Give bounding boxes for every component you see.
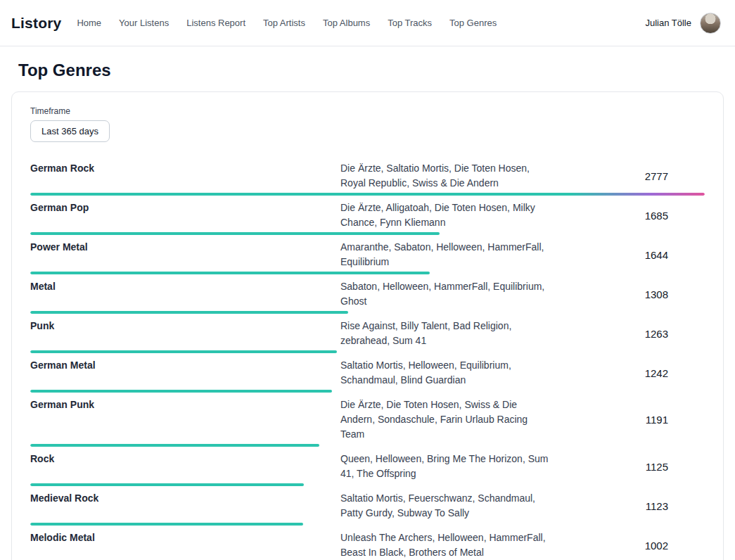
genre-name: German Pop (30, 201, 340, 215)
genre-name: German Rock (30, 161, 340, 176)
genre-artists: Die Ärzte, Alligatoah, Die Toten Hosen, … (340, 201, 551, 230)
genre-artists: Rise Against, Billy Talent, Bad Religion… (340, 319, 551, 348)
genre-name: Punk (30, 319, 340, 333)
genre-count: 1644 (551, 249, 705, 261)
user-area: Julian Tölle (645, 13, 721, 34)
genre-name: German Metal (30, 358, 340, 373)
genre-row: German Metal Saltatio Mortis, Helloween,… (30, 353, 705, 393)
genre-artists: Die Ärzte, Die Toten Hosen, Swiss & Die … (340, 397, 551, 442)
genre-name: German Punk (30, 397, 340, 412)
genre-count: 1685 (551, 210, 705, 222)
nav-item-home[interactable]: Home (77, 18, 101, 28)
genre-row: Power Metal Amaranthe, Sabaton, Hellowee… (30, 235, 705, 274)
genre-name: Melodic Metal (30, 530, 340, 545)
nav-item-your-listens[interactable]: Your Listens (119, 18, 169, 28)
genre-row: Medieval Rock Saltatio Mortis, Feuerschw… (30, 486, 705, 526)
genre-count: 1242 (551, 367, 705, 379)
nav-item-top-tracks[interactable]: Top Tracks (388, 18, 432, 28)
genre-count: 1191 (551, 414, 705, 426)
main-nav: Home Your Listens Listens Report Top Art… (77, 18, 497, 28)
genre-count: 2777 (551, 170, 705, 182)
user-name: Julian Tölle (645, 18, 691, 28)
genre-artists: Queen, Helloween, Bring Me The Horizon, … (340, 452, 551, 481)
genre-artists: Die Ärzte, Saltatio Mortis, Die Toten Ho… (340, 161, 551, 191)
genre-count: 1002 (551, 540, 705, 552)
top-navigation-bar: Listory Home Your Listens Listens Report… (0, 0, 735, 46)
genre-name: Medieval Rock (30, 491, 340, 506)
nav-item-top-genres[interactable]: Top Genres (449, 18, 497, 28)
nav-item-top-artists[interactable]: Top Artists (263, 18, 305, 28)
genre-artists: Sabaton, Helloween, HammerFall, Equilibr… (340, 279, 551, 309)
timeframe-label: Timeframe (30, 106, 705, 116)
genre-name: Rock (30, 452, 340, 466)
nav-item-listens-report[interactable]: Listens Report (186, 18, 245, 28)
genre-artists: Unleash The Archers, Helloween, HammerFa… (340, 530, 551, 560)
genre-table: German Rock Die Ärzte, Saltatio Mortis, … (30, 156, 705, 560)
genre-count: 1125 (551, 461, 705, 473)
avatar[interactable] (700, 13, 721, 34)
genre-row: Punk Rise Against, Billy Talent, Bad Rel… (30, 314, 705, 353)
genre-count: 1308 (551, 288, 705, 300)
timeframe-select[interactable]: Last 365 days (30, 120, 110, 142)
genre-name: Power Metal (30, 240, 340, 255)
genre-artists: Saltatio Mortis, Feuerschwanz, Schandmau… (340, 491, 551, 521)
top-genres-card: Timeframe Last 365 days German Rock Die … (11, 91, 724, 560)
genre-row: German Pop Die Ärzte, Alligatoah, Die To… (30, 196, 705, 235)
genre-name: Metal (30, 279, 340, 294)
genre-row: Metal Sabaton, Helloween, HammerFall, Eq… (30, 274, 705, 314)
genre-artists: Amaranthe, Sabaton, Helloween, HammerFal… (340, 240, 551, 269)
genre-artists: Saltatio Mortis, Helloween, Equilibrium,… (340, 358, 551, 388)
genre-row: Melodic Metal Unleash The Archers, Hello… (30, 526, 705, 560)
genre-row: German Rock Die Ärzte, Saltatio Mortis, … (30, 156, 705, 196)
page-title: Top Genres (18, 61, 735, 80)
genre-row: German Punk Die Ärzte, Die Toten Hosen, … (30, 393, 705, 447)
genre-count: 1123 (551, 500, 705, 512)
nav-item-top-albums[interactable]: Top Albums (323, 18, 370, 28)
genre-count: 1263 (551, 328, 705, 340)
app-logo[interactable]: Listory (11, 15, 61, 32)
genre-row: Rock Queen, Helloween, Bring Me The Hori… (30, 447, 705, 486)
